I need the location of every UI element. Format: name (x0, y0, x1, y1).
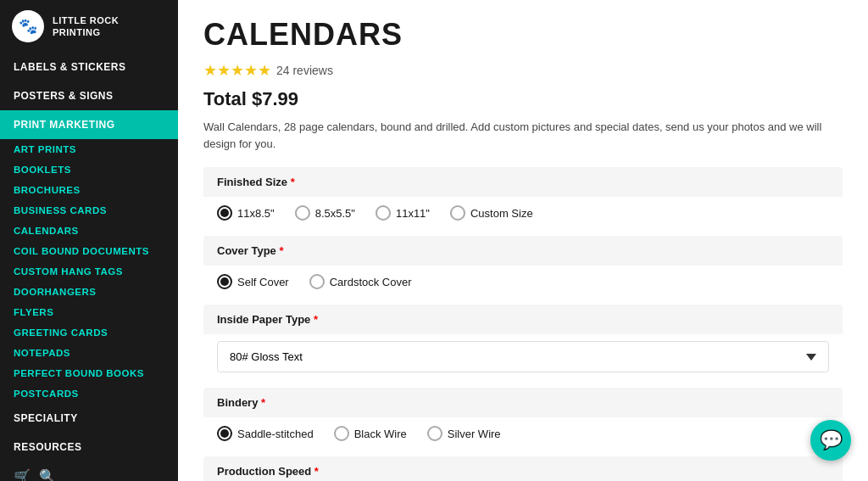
search-icon[interactable]: 🔍 (39, 468, 56, 481)
inside-paper-header: Inside Paper Type * (203, 305, 843, 334)
description: Wall Calendars, 28 page calendars, bound… (203, 119, 843, 152)
chat-bubble[interactable]: 💬 (810, 420, 851, 461)
cover-type-options: Self Cover Cardstock Cover (203, 266, 843, 301)
sidebar-item-business-cards[interactable]: BUSINESS CARDS (0, 200, 178, 221)
sidebar-item-flyers[interactable]: FLYERS (0, 302, 178, 322)
size-option-custom[interactable]: Custom Size (450, 205, 533, 221)
sidebar-item-custom-hang-tags[interactable]: CUSTOM HANG TAGS (0, 261, 178, 282)
sidebar-item-greeting-cards[interactable]: GREETING CARDS (0, 322, 178, 343)
sidebar-item-speciality[interactable]: SPECIALITY (0, 404, 178, 433)
review-count: 24 reviews (276, 64, 333, 77)
finished-size-header: Finished Size * (203, 167, 843, 197)
cover-option-cardstock[interactable]: Cardstock Cover (309, 274, 412, 289)
page-title: CALENDARS (203, 17, 843, 53)
bindery-option-silver-wire[interactable]: Silver Wire (427, 426, 501, 441)
chat-icon: 💬 (820, 429, 843, 451)
sidebar-item-booklets[interactable]: BOOKLETS (0, 159, 178, 180)
production-speed-section: Production Speed * (203, 456, 843, 481)
bindery-option-saddle[interactable]: Saddle-stitched (217, 426, 314, 441)
sidebar-item-print-marketing[interactable]: PRINT MARKETING (0, 110, 178, 139)
size-option-11x11[interactable]: 11x11" (376, 205, 430, 221)
finished-size-options: 11x8.5" 8.5x5.5" 11x11" Custom Size (203, 197, 843, 232)
sidebar-item-coil-bound[interactable]: COIL BOUND DOCUMENTS (0, 241, 178, 261)
radio-custom[interactable] (450, 205, 465, 221)
sidebar-item-art-prints[interactable]: ART PRINTS (0, 139, 178, 159)
required-marker-paper: * (314, 313, 318, 326)
cart-icon[interactable]: 🛒 (14, 468, 31, 481)
radio-11x8.5[interactable] (217, 205, 232, 221)
inside-paper-dropdown-wrapper: 80# Gloss Text 60# Offset 100# Gloss Tex… (203, 334, 843, 384)
bindery-section: Bindery * Saddle-stitched Black Wire Sil… (203, 388, 843, 453)
sidebar-item-resources[interactable]: RESOURCES (0, 433, 178, 461)
sidebar-item-posters-signs[interactable]: POSTERS & SIGNS (0, 81, 178, 110)
sidebar-item-labels-stickers[interactable]: LABELS & STICKERS (0, 53, 178, 81)
sidebar-item-doorhangers[interactable]: DOORHANGERS (0, 282, 178, 302)
bindery-option-black-wire[interactable]: Black Wire (334, 426, 407, 441)
production-speed-header: Production Speed * (203, 456, 843, 481)
size-option-8.5x5.5[interactable]: 8.5x5.5" (295, 205, 355, 221)
sidebar-item-calendars[interactable]: CALENDARS (0, 221, 178, 241)
radio-11x11[interactable] (376, 205, 391, 221)
inside-paper-section: Inside Paper Type * 80# Gloss Text 60# O… (203, 305, 843, 384)
bindery-options: Saddle-stitched Black Wire Silver Wire (203, 417, 843, 453)
radio-8.5x5.5[interactable] (295, 205, 310, 221)
radio-saddle[interactable] (217, 426, 232, 441)
required-marker-bindery: * (261, 396, 265, 409)
required-marker-speed: * (314, 465, 319, 478)
bindery-header: Bindery * (203, 388, 843, 417)
main-content: CALENDARS ★★★★★ 24 reviews Total $7.99 W… (178, 0, 868, 481)
sidebar-item-perfect-bound[interactable]: PERFECT BOUND BOOKS (0, 363, 178, 383)
sidebar-item-notepads[interactable]: NOTEPADS (0, 343, 178, 363)
cover-type-header: Cover Type * (203, 236, 843, 266)
rating-row: ★★★★★ 24 reviews (203, 61, 843, 80)
star-rating: ★★★★★ (203, 61, 271, 80)
price: Total $7.99 (203, 88, 843, 110)
required-marker-cover: * (279, 244, 283, 257)
radio-black-wire[interactable] (334, 426, 349, 441)
sidebar-bottom-icons: 🛒 🔍 (0, 461, 178, 481)
sidebar-item-postcards[interactable]: POSTCARDS (0, 383, 178, 404)
sidebar: 🐾 LITTLE ROCK PRINTING LABELS & STICKERS… (0, 0, 178, 481)
cover-type-section: Cover Type * Self Cover Cardstock Cover (203, 236, 843, 301)
size-option-11x8.5[interactable]: 11x8.5" (217, 205, 275, 221)
logo-text: LITTLE ROCK PRINTING (53, 14, 119, 39)
radio-self-cover[interactable] (217, 274, 232, 289)
cover-option-self[interactable]: Self Cover (217, 274, 289, 289)
required-marker: * (291, 176, 295, 188)
inside-paper-dropdown[interactable]: 80# Gloss Text 60# Offset 100# Gloss Tex… (217, 341, 829, 372)
logo: 🐾 LITTLE ROCK PRINTING (0, 0, 178, 53)
radio-cardstock-cover[interactable] (309, 274, 325, 289)
sidebar-item-brochures[interactable]: BROCHURES (0, 180, 178, 200)
radio-silver-wire[interactable] (427, 426, 442, 441)
logo-icon: 🐾 (12, 10, 44, 42)
finished-size-section: Finished Size * 11x8.5" 8.5x5.5" 11x11" … (203, 167, 843, 232)
